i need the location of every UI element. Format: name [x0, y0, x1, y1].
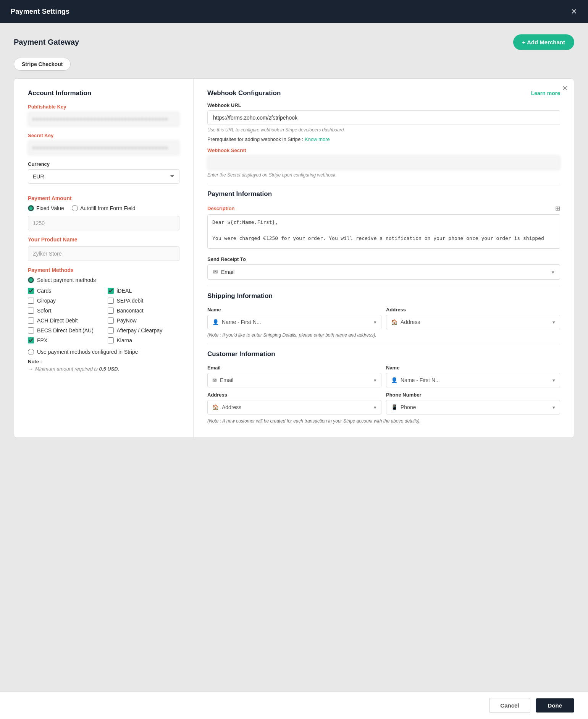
fixed-value-radio[interactable]: Fixed Value [28, 205, 64, 211]
secret-key-label: Secret Key [28, 133, 179, 138]
checkbox-bancontact[interactable]: Bancontact [108, 308, 180, 314]
left-panel: Account Information Publishable Key Secr… [14, 79, 194, 437]
publishable-key-section: Publishable Key [28, 104, 179, 126]
webhook-secret-input[interactable] [207, 155, 560, 170]
customer-phone-dropdown[interactable]: 📱 Phone ▾ [386, 400, 560, 415]
autofill-radio[interactable]: Autofill from Form Field [72, 205, 136, 211]
webhook-header: Webhook Configuration Learn more [207, 89, 560, 97]
checkbox-giropay[interactable]: Giropay [28, 298, 100, 304]
add-merchant-button[interactable]: + Add Merchant [513, 34, 574, 50]
shipping-note: (Note : If you'd like to enter Shipping … [207, 332, 560, 338]
modal-close-icon[interactable]: ✕ [562, 84, 568, 92]
shipping-name-placeholder: Name - First N... [222, 319, 261, 325]
webhook-secret-label: Webhook Secret [207, 147, 560, 153]
payment-methods-label: Payment Methods [28, 267, 179, 273]
shipping-address-label: Address [386, 307, 560, 313]
chevron-down-icon: ▾ [374, 377, 376, 383]
customer-address-label: Address [207, 392, 381, 398]
use-stripe-radio-input[interactable] [28, 349, 34, 355]
checkbox-cards[interactable]: Cards [28, 288, 100, 294]
footer-bar: Cancel Done [0, 691, 588, 719]
chevron-down-icon: ▾ [374, 405, 376, 410]
learn-more-link[interactable]: Learn more [531, 90, 560, 96]
webhook-prereq: Prerequisites for adding webhook in Stri… [207, 136, 560, 142]
modal-body: Account Information Publishable Key Secr… [14, 79, 574, 437]
currency-select[interactable]: EUR [28, 169, 179, 184]
currency-label: Currency [28, 161, 179, 167]
checkbox-fpx[interactable]: FPX [28, 337, 100, 343]
shipping-address-col: Address 🏠 Address ▾ [386, 307, 560, 329]
description-label: Description [207, 206, 235, 211]
checkbox-sofort[interactable]: Sofort [28, 308, 100, 314]
payment-amount-section: Payment Amount Fixed Value Autofill from… [28, 195, 179, 230]
checkbox-sepa[interactable]: SEPA debit [108, 298, 180, 304]
divider-2 [207, 286, 560, 286]
checkbox-afterpay[interactable]: Afterpay / Clearpay [108, 327, 180, 334]
product-name-section: Your Product Name [28, 236, 179, 261]
description-header: Description ⊞ [207, 205, 560, 212]
chevron-down-icon: ▾ [552, 269, 554, 275]
checkbox-ach[interactable]: ACH Direct Debit [28, 317, 100, 324]
send-receipt-label: Send Receipt To [207, 256, 560, 262]
currency-section: Currency EUR [28, 161, 179, 189]
tab-stripe-checkout[interactable]: Stripe Checkout [14, 58, 71, 71]
customer-name-dropdown[interactable]: 👤 Name - First N... ▾ [386, 373, 560, 387]
close-icon[interactable]: ✕ [571, 7, 577, 16]
checkbox-klarna[interactable]: Klarna [108, 337, 180, 343]
know-more-link[interactable]: Know more [305, 136, 330, 142]
account-info-title: Account Information [28, 89, 179, 97]
customer-address-placeholder: Address [222, 404, 241, 410]
shipping-name-label: Name [207, 307, 381, 313]
fixed-value-label: Fixed Value [36, 205, 64, 211]
customer-email-dropdown[interactable]: ✉ Email ▾ [207, 373, 381, 387]
address-icon-2: 🏠 [212, 404, 219, 410]
customer-phone-label: Phone Number [386, 392, 560, 398]
divider-1 [207, 184, 560, 184]
shipping-address-dropdown[interactable]: 🏠 Address ▾ [386, 315, 560, 329]
shipping-name-dropdown[interactable]: 👤 Name - First N... ▾ [207, 315, 381, 329]
publishable-key-label: Publishable Key [28, 104, 179, 110]
select-methods-label: Select payment methods [37, 277, 96, 283]
shipping-name-col: Name 👤 Name - First N... ▾ [207, 307, 381, 329]
gateway-title: Payment Gateway [14, 38, 79, 47]
cancel-button[interactable]: Cancel [489, 698, 530, 713]
payment-info-title: Payment Information [207, 190, 560, 198]
note-label: Note : [28, 359, 179, 364]
done-button[interactable]: Done [536, 698, 575, 713]
secret-key-section: Secret Key [28, 133, 179, 155]
customer-address-phone-grid: Address 🏠 Address ▾ Phone Number [207, 392, 560, 415]
use-stripe-row: Use payment methods configured in Stripe [28, 349, 179, 355]
customer-address-col: Address 🏠 Address ▾ [207, 392, 381, 415]
amount-input[interactable] [28, 216, 179, 230]
publishable-key-input[interactable] [28, 112, 179, 126]
secret-key-input[interactable] [28, 141, 179, 155]
payment-amount-label: Payment Amount [28, 195, 179, 201]
checkbox-ideal[interactable]: iDEAL [108, 288, 180, 294]
email-icon-2: ✉ [212, 377, 217, 383]
product-name-input[interactable] [28, 246, 179, 261]
checkbox-becs[interactable]: BECS Direct Debit (AU) [28, 327, 100, 334]
customer-email-name-grid: Email ✉ Email ▾ Name [207, 365, 560, 387]
tab-bar: Stripe Checkout [14, 58, 574, 71]
customer-address-dropdown[interactable]: 🏠 Address ▾ [207, 400, 381, 415]
webhook-url-label: Webhook URL [207, 102, 560, 108]
page-title: Payment Settings [11, 8, 69, 16]
payment-methods-grid: Cards iDEAL Giropay [28, 288, 179, 343]
description-icon[interactable]: ⊞ [555, 205, 560, 212]
select-methods-radio: Select payment methods [28, 277, 179, 283]
autofill-label: Autofill from Form Field [80, 205, 136, 211]
select-methods-radio-input[interactable] [28, 277, 34, 283]
send-receipt-dropdown[interactable]: ✉ Email ▾ [207, 264, 560, 280]
description-textarea[interactable]: Dear ${zf:Name.First}, You were charged … [207, 214, 560, 249]
address-icon: 🏠 [391, 319, 397, 325]
shipping-info-title: Shipping Information [207, 292, 560, 300]
send-receipt-section: Send Receipt To ✉ Email ▾ [207, 256, 560, 280]
checkbox-paynow[interactable]: PayNow [108, 317, 180, 324]
customer-info-title: Customer Information [207, 350, 560, 358]
email-icon: ✉ [213, 269, 218, 275]
send-receipt-email-label: Email [221, 269, 234, 275]
customer-phone-placeholder: Phone [401, 404, 416, 410]
chevron-down-icon: ▾ [552, 319, 555, 325]
chevron-down-icon: ▾ [552, 377, 555, 383]
customer-note: (Note : A new customer will be created f… [207, 418, 560, 424]
